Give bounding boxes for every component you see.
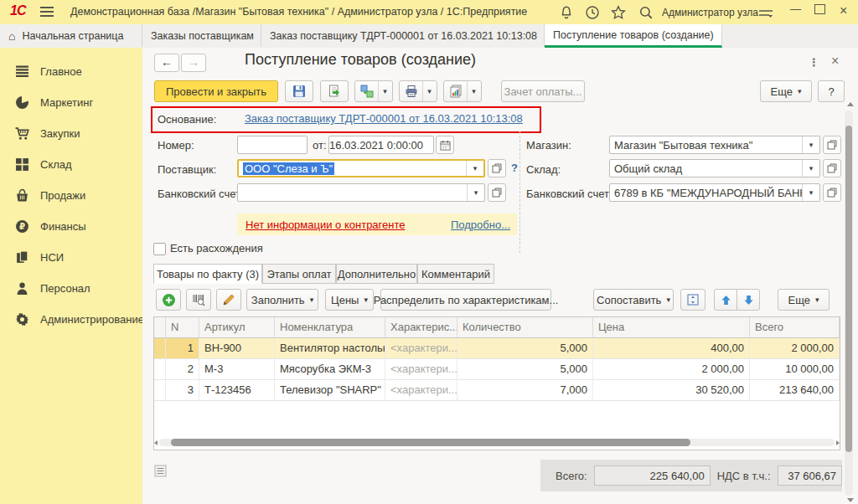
sidebar-item-administration[interactable]: Администрирование	[0, 305, 142, 333]
column-header[interactable]: Цена	[593, 317, 750, 338]
post-and-close-button[interactable]: Провести и закрыть	[154, 80, 278, 102]
payment-offset-button[interactable]: Зачет оплаты...	[501, 80, 585, 102]
save-button[interactable]	[285, 80, 313, 102]
scroll-up-icon[interactable]	[847, 102, 854, 106]
form-menu-dots-icon[interactable]: ⋮	[809, 56, 819, 69]
sidebar-item-finance[interactable]: ₽ Финансы	[0, 212, 142, 240]
vertical-scroll-thumb[interactable]	[845, 126, 852, 452]
print-button[interactable]: ▾	[399, 80, 437, 102]
dropdown-arrow-icon[interactable]: ▾	[802, 136, 819, 153]
scroll-right-icon[interactable]	[836, 440, 840, 445]
form-close-icon[interactable]: ×	[831, 54, 839, 69]
supplier-combo-input[interactable]: ООО "Слеза и Ъ" ▾	[237, 159, 485, 177]
favorites-star-icon[interactable]	[611, 5, 626, 20]
svg-text:₽: ₽	[19, 222, 25, 231]
column-header[interactable]: Количество	[457, 317, 593, 338]
close-window-button[interactable]: ×	[840, 3, 847, 18]
forward-button[interactable]: →	[181, 54, 206, 72]
warehouse-combo-input[interactable]: Общий склад ▾	[609, 159, 820, 177]
tab-goods-actual[interactable]: Товары по факту (3)	[153, 264, 262, 284]
dropdown-arrow-icon[interactable]: ▾	[378, 81, 391, 101]
dropdown-arrow-icon[interactable]: ▾	[467, 184, 484, 201]
bank-account-combo-input[interactable]: ▾	[237, 183, 485, 202]
table-more-button[interactable]: Еще▾	[778, 289, 830, 311]
match-button[interactable]: Сопоставить▾	[593, 289, 674, 311]
maximize-button[interactable]	[814, 4, 825, 14]
bank-account2-open-icon[interactable]	[823, 183, 841, 202]
bank-account2-combo-input[interactable]: 6789 в КБ "МЕЖДУНАРОДНЫЙ БАНК РАЗ ▾	[609, 183, 820, 202]
dropdown-arrow-icon[interactable]: ▾	[466, 161, 483, 176]
dropdown-arrow-icon[interactable]: ▾	[802, 160, 819, 177]
horizontal-scrollbar[interactable]	[159, 439, 835, 446]
move-row-down-button[interactable]	[737, 289, 760, 311]
post-document-button[interactable]	[320, 80, 349, 102]
tab-supplier-order-document[interactable]: Заказ поставщику ТДРТ-000001 от 16.03.20…	[261, 24, 545, 47]
notifications-bell-icon[interactable]	[559, 5, 574, 20]
fill-button[interactable]: Заполнить▾	[246, 289, 318, 311]
bank-account2-label: Банковский счет:	[526, 188, 612, 200]
store-combo-input[interactable]: Магазин "Бытовая техника" ▾	[609, 136, 820, 154]
no-counterparty-info-link[interactable]: Нет информации о контрагенте	[246, 219, 406, 231]
tab-supplier-orders[interactable]: Заказы поставщикам ×	[142, 24, 261, 47]
bank-account-open-icon[interactable]	[488, 183, 506, 202]
column-header[interactable]: Артикул	[199, 317, 275, 338]
horizontal-scroll-thumb[interactable]	[171, 439, 690, 446]
scroll-down-icon[interactable]	[847, 498, 854, 502]
edit-row-button[interactable]	[216, 289, 241, 311]
warehouse-open-icon[interactable]	[823, 159, 841, 177]
dropdown-arrow-icon[interactable]: ▾	[467, 81, 480, 101]
footer-list-icon[interactable]	[154, 465, 167, 480]
dropdown-arrow-icon[interactable]: ▾	[802, 184, 819, 201]
sidebar-item-sales[interactable]: Продажи	[0, 181, 142, 209]
tab-goods-receipt-active[interactable]: Поступление товаров (создание) ×	[545, 24, 722, 48]
sidebar-item-marketing[interactable]: Маркетинг	[0, 88, 142, 116]
barcode-scan-button[interactable]	[186, 289, 211, 311]
scroll-left-icon[interactable]	[154, 440, 158, 445]
copy-create-based-button[interactable]: ▾	[354, 80, 393, 102]
column-header[interactable]: Всего	[750, 317, 840, 338]
details-link[interactable]: Подробно...	[451, 219, 510, 231]
basis-document-link[interactable]: Заказ поставщику ТДРТ-000001 от 16.03.20…	[245, 112, 523, 125]
date-input[interactable]: 16.03.2021 0:00:00	[328, 136, 434, 154]
back-button[interactable]: ←	[154, 54, 179, 72]
current-user[interactable]: Администратор узла	[662, 7, 758, 18]
store-open-icon[interactable]	[823, 136, 841, 154]
distribute-by-characteristics-button[interactable]: Распределить по характеристикам...	[380, 289, 551, 311]
dropdown-arrow-icon[interactable]: ▾	[422, 81, 436, 101]
service-menu-icon[interactable]	[758, 7, 773, 22]
history-icon[interactable]	[585, 5, 600, 20]
sidebar-item-personnel[interactable]: Персонал	[0, 274, 142, 302]
tab-home[interactable]: ⌂ Начальная страница	[0, 24, 142, 47]
tab-close-icon[interactable]: ×	[721, 29, 722, 41]
form-more-button[interactable]: Еще▾	[760, 80, 812, 102]
column-header[interactable]: Характерис...	[385, 317, 457, 338]
column-header[interactable]: N	[166, 317, 199, 338]
column-header[interactable]: Номенклатура	[275, 317, 385, 338]
sidebar-item-main[interactable]: Главное	[0, 57, 142, 85]
add-row-button[interactable]	[156, 289, 181, 311]
reports-button[interactable]: ▾	[443, 80, 482, 102]
move-row-up-button[interactable]	[714, 289, 737, 311]
tab-comment[interactable]: Комментарий	[417, 264, 494, 284]
expand-rows-button[interactable]	[680, 289, 706, 311]
help-button[interactable]: ?	[818, 80, 845, 102]
discrepancy-checkbox[interactable]	[153, 243, 166, 255]
calendar-icon[interactable]	[436, 136, 454, 154]
table-row[interactable]: 3 Т-123456 Телевизор "SHARP" <характери.…	[154, 380, 840, 401]
vertical-scrollbar[interactable]	[845, 111, 853, 496]
search-icon[interactable]	[638, 5, 654, 20]
tab-additional[interactable]: Дополнительно	[336, 264, 417, 284]
prices-button[interactable]: Цены▾	[325, 289, 374, 311]
printer-icon	[405, 85, 418, 98]
sidebar-item-purchases[interactable]: Закупки	[0, 119, 142, 147]
minimize-button[interactable]: —	[790, 3, 801, 15]
supplier-help-icon[interactable]: ?	[511, 162, 518, 174]
tab-payment-stages[interactable]: Этапы оплат	[262, 264, 336, 284]
sidebar-item-warehouse[interactable]: Склад	[0, 150, 142, 178]
number-input[interactable]	[237, 136, 308, 154]
sidebar-item-nsi[interactable]: НСИ	[0, 243, 142, 271]
main-menu-icon[interactable]	[40, 7, 54, 17]
supplier-open-icon[interactable]	[488, 159, 506, 177]
table-row[interactable]: 1 ВН-900 Вентилятор настольный <характер…	[154, 338, 840, 359]
table-row[interactable]: 2 М-3 Мясорубка ЭКМ-3 <характери... 5,00…	[154, 359, 840, 380]
